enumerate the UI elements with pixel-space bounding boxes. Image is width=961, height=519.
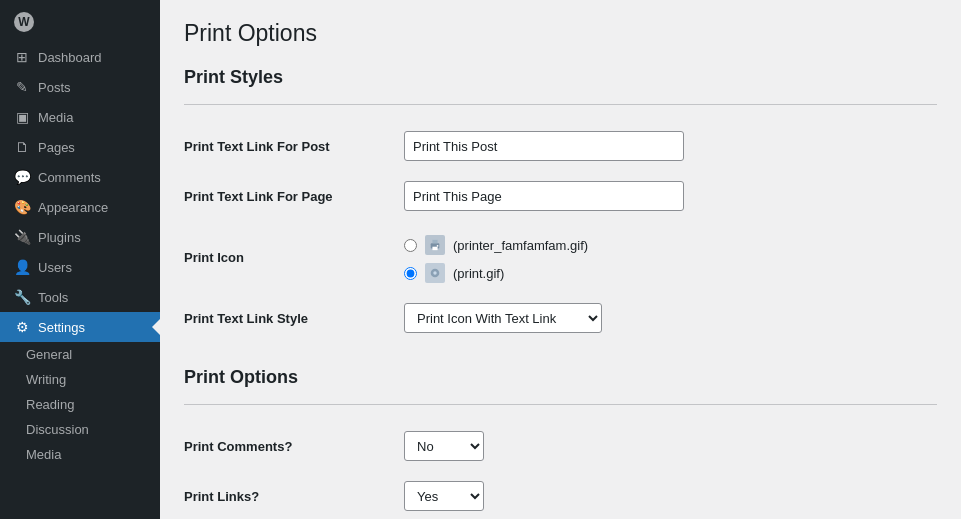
print-text-link-style-select[interactable]: Print Icon With Text Link Print Text Lin… bbox=[404, 303, 602, 333]
svg-rect-2 bbox=[432, 247, 437, 250]
sidebar-item-users[interactable]: 👤 Users bbox=[0, 252, 160, 282]
sidebar-item-label: Posts bbox=[38, 80, 71, 95]
print-links-label: Print Links? bbox=[184, 489, 259, 504]
submenu-discussion[interactable]: Discussion bbox=[0, 417, 160, 442]
sidebar-item-tools[interactable]: 🔧 Tools bbox=[0, 282, 160, 312]
plugins-icon: 🔌 bbox=[14, 229, 30, 245]
radio-disk[interactable] bbox=[404, 267, 417, 280]
sidebar-item-label: Appearance bbox=[38, 200, 108, 215]
print-text-link-post-input[interactable] bbox=[404, 131, 684, 161]
print-text-link-page-input[interactable] bbox=[404, 181, 684, 211]
appearance-icon: 🎨 bbox=[14, 199, 30, 215]
sidebar: W ⊞ Dashboard ✎ Posts ▣ Media 🗋 Pages 💬 … bbox=[0, 0, 160, 519]
sidebar-item-appearance[interactable]: 🎨 Appearance bbox=[0, 192, 160, 222]
table-row-print-comments: Print Comments? No Yes bbox=[184, 421, 937, 471]
wp-icon: W bbox=[14, 12, 34, 32]
sidebar-item-label: Tools bbox=[38, 290, 68, 305]
page-title: Print Options bbox=[184, 20, 937, 47]
print-text-link-style-label: Print Text Link Style bbox=[184, 311, 308, 326]
disk-icon-preview bbox=[425, 263, 445, 283]
main-content: Print Options Print Styles Print Text Li… bbox=[160, 0, 961, 519]
sidebar-item-label: Pages bbox=[38, 140, 75, 155]
section-divider-1 bbox=[184, 104, 937, 105]
print-options-heading: Print Options bbox=[184, 367, 937, 388]
table-row-print-icon: Print Icon (print bbox=[184, 221, 937, 293]
settings-icon: ⚙ bbox=[14, 319, 30, 335]
sidebar-item-label: Plugins bbox=[38, 230, 81, 245]
sidebar-item-comments[interactable]: 💬 Comments bbox=[0, 162, 160, 192]
sidebar-item-posts[interactable]: ✎ Posts bbox=[0, 72, 160, 102]
radio-disk-label: (print.gif) bbox=[453, 266, 504, 281]
print-icon-label: Print Icon bbox=[184, 250, 244, 265]
print-options-table: Print Comments? No Yes Print Links? Yes … bbox=[184, 421, 937, 519]
print-styles-table: Print Text Link For Post Print Text Link… bbox=[184, 121, 937, 343]
radio-item-disk: (print.gif) bbox=[404, 263, 937, 283]
submenu-writing[interactable]: Writing bbox=[0, 367, 160, 392]
table-row-post-link: Print Text Link For Post bbox=[184, 121, 937, 171]
users-icon: 👤 bbox=[14, 259, 30, 275]
sidebar-item-label: Users bbox=[38, 260, 72, 275]
sidebar-item-label: Media bbox=[38, 110, 73, 125]
radio-item-printer: (printer_famfamfam.gif) bbox=[404, 235, 937, 255]
sidebar-item-label: Settings bbox=[38, 320, 85, 335]
sidebar-item-dashboard[interactable]: ⊞ Dashboard bbox=[0, 42, 160, 72]
posts-icon: ✎ bbox=[14, 79, 30, 95]
print-icon-radio-group: (printer_famfamfam.gif) (print.gif) bbox=[404, 231, 937, 283]
sidebar-item-media[interactable]: ▣ Media bbox=[0, 102, 160, 132]
svg-point-3 bbox=[437, 245, 439, 247]
dashboard-icon: ⊞ bbox=[14, 49, 30, 65]
section-divider-2 bbox=[184, 404, 937, 405]
radio-printer[interactable] bbox=[404, 239, 417, 252]
print-links-select[interactable]: Yes No bbox=[404, 481, 484, 511]
table-row-print-links: Print Links? Yes No bbox=[184, 471, 937, 519]
print-text-link-post-label: Print Text Link For Post bbox=[184, 139, 330, 154]
printer-icon-preview bbox=[425, 235, 445, 255]
sidebar-item-label: Dashboard bbox=[38, 50, 102, 65]
print-text-link-page-label: Print Text Link For Page bbox=[184, 189, 333, 204]
table-row-page-link: Print Text Link For Page bbox=[184, 171, 937, 221]
table-row-link-style: Print Text Link Style Print Icon With Te… bbox=[184, 293, 937, 343]
sidebar-item-plugins[interactable]: 🔌 Plugins bbox=[0, 222, 160, 252]
comments-icon: 💬 bbox=[14, 169, 30, 185]
media-icon: ▣ bbox=[14, 109, 30, 125]
print-styles-heading: Print Styles bbox=[184, 67, 937, 88]
sidebar-item-label: Comments bbox=[38, 170, 101, 185]
radio-printer-label: (printer_famfamfam.gif) bbox=[453, 238, 588, 253]
sidebar-item-pages[interactable]: 🗋 Pages bbox=[0, 132, 160, 162]
tools-icon: 🔧 bbox=[14, 289, 30, 305]
svg-rect-1 bbox=[432, 240, 437, 243]
pages-icon: 🗋 bbox=[14, 139, 30, 155]
settings-submenu: General Writing Reading Discussion Media bbox=[0, 342, 160, 467]
print-comments-label: Print Comments? bbox=[184, 439, 292, 454]
submenu-reading[interactable]: Reading bbox=[0, 392, 160, 417]
submenu-media[interactable]: Media bbox=[0, 442, 160, 467]
submenu-general[interactable]: General bbox=[0, 342, 160, 367]
print-comments-select[interactable]: No Yes bbox=[404, 431, 484, 461]
settings-arrow bbox=[152, 319, 160, 335]
sidebar-logo: W bbox=[0, 0, 160, 42]
svg-point-5 bbox=[433, 271, 436, 274]
sidebar-item-settings[interactable]: ⚙ Settings bbox=[0, 312, 160, 342]
